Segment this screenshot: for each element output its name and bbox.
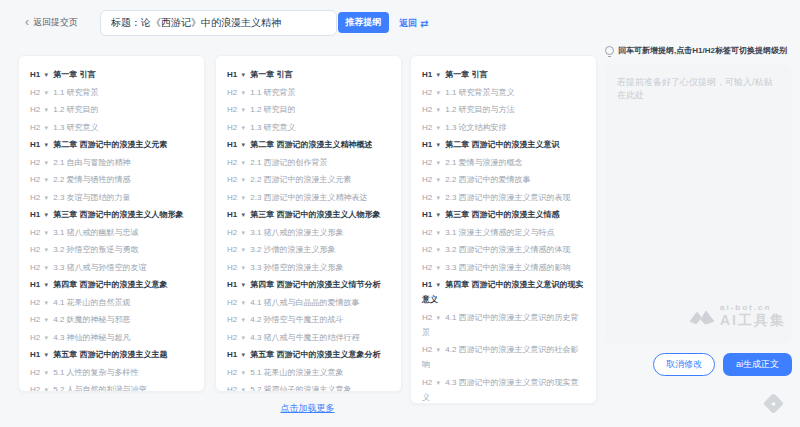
heading-level-tag[interactable]: H2 [227, 193, 237, 202]
outline-item-text[interactable]: 2.3 友谊与团结的力量 [53, 193, 130, 202]
outline-item-text[interactable]: 5.2 人与自然的和谐与冲突 [53, 385, 146, 392]
heading-level-tag[interactable]: H2 [422, 263, 432, 272]
heading-level-tag[interactable]: H1 [422, 280, 432, 289]
outline-item-text[interactable]: 3.2 沙僧的浪漫主义形象 [250, 245, 335, 254]
heading-level-tag[interactable]: H2 [30, 245, 40, 254]
heading-level-tag[interactable]: H1 [30, 140, 40, 149]
heading-level-tag[interactable]: H1 [422, 210, 432, 219]
outline-item-text[interactable]: 第三章 西游记中的浪漫主义人物形象 [250, 210, 380, 219]
outline-item-text[interactable]: 第四章 西游记中的浪漫主义情节分析 [250, 280, 380, 289]
heading-level-tag[interactable]: H1 [30, 210, 40, 219]
heading-level-tag[interactable]: H2 [422, 245, 432, 254]
heading-level-tag[interactable]: H2 [227, 263, 237, 272]
heading-level-tag[interactable]: H2 [422, 123, 432, 132]
heading-level-tag[interactable]: H1 [30, 280, 40, 289]
outline-item-text[interactable]: 1.2 研究目的与方法 [445, 105, 514, 114]
outline-item-text[interactable]: 5.1 人性的复杂与多样性 [53, 368, 138, 377]
heading-level-tag[interactable]: H2 [30, 385, 40, 392]
outline-item-text[interactable]: 第三章 西游记中的浪漫主义人物形象 [53, 210, 183, 219]
title-input[interactable] [100, 10, 337, 36]
heading-level-tag[interactable]: H2 [227, 88, 237, 97]
heading-level-tag[interactable]: H2 [422, 193, 432, 202]
heading-level-tag[interactable]: H2 [422, 105, 432, 114]
outline-item-text[interactable]: 4.2 妖魔的神秘与邪恶 [53, 315, 130, 324]
outline-item-text[interactable]: 4.3 神仙的神秘与超凡 [53, 333, 130, 342]
heading-level-tag[interactable]: H2 [30, 88, 40, 97]
heading-level-tag[interactable]: H2 [227, 385, 237, 392]
custom-outline-textarea[interactable] [605, 64, 792, 344]
heading-level-tag[interactable]: H2 [30, 123, 40, 132]
outline-item-text[interactable]: 3.2 西游记中的浪漫主义情感的体现 [445, 245, 570, 254]
heading-level-tag[interactable]: H1 [227, 350, 237, 359]
heading-level-tag[interactable]: H2 [227, 245, 237, 254]
cancel-edit-button[interactable]: 取消修改 [653, 353, 715, 376]
outline-item-text[interactable]: 3.1 浪漫主义情感的定义与特点 [445, 228, 554, 237]
heading-level-tag[interactable]: H1 [227, 210, 237, 219]
outline-item-text[interactable]: 4.2 西游记中的浪漫主义意识的社会影响 [422, 345, 579, 369]
outline-item-text[interactable]: 2.1 自由与冒险的精神 [53, 158, 130, 167]
outline-item-text[interactable]: 4.2 孙悟空与牛魔王的战斗 [250, 315, 343, 324]
outline-item-text[interactable]: 1.3 研究意义 [53, 123, 98, 132]
outline-item-text[interactable]: 第二章 西游记的浪漫主义精神概述 [250, 140, 372, 149]
heading-level-tag[interactable]: H2 [422, 378, 432, 387]
heading-level-tag[interactable]: H1 [30, 70, 40, 79]
heading-level-tag[interactable]: H1 [227, 140, 237, 149]
heading-level-tag[interactable]: H2 [227, 175, 237, 184]
outline-item-text[interactable]: 第四章 西游记中的浪漫主义意识的现实意义 [422, 280, 583, 304]
outline-item-text[interactable]: 1.3 论文结构安排 [445, 123, 506, 132]
heading-level-tag[interactable]: H2 [227, 315, 237, 324]
heading-level-tag[interactable]: H2 [30, 263, 40, 272]
heading-level-tag[interactable]: H2 [227, 105, 237, 114]
recommend-outline-button[interactable]: 推荐提纲 [338, 12, 389, 33]
outline-item-text[interactable]: 2.1 西游记的创作背景 [250, 158, 327, 167]
heading-level-tag[interactable]: H2 [227, 228, 237, 237]
outline-item-text[interactable]: 1.1 研究背景 [250, 88, 295, 97]
outline-item-text[interactable]: 1.3 研究意义 [250, 123, 295, 132]
outline-item-text[interactable]: 2.2 西游记中的爱情故事 [445, 175, 530, 184]
heading-level-tag[interactable]: H2 [30, 158, 40, 167]
outline-item-text[interactable]: 4.3 西游记中的浪漫主义意识的现实意义 [422, 378, 579, 402]
heading-level-tag[interactable]: H2 [30, 298, 40, 307]
outline-item-text[interactable]: 3.1 猪八戒的幽默与忠诚 [53, 228, 138, 237]
heading-level-tag[interactable]: H2 [30, 193, 40, 202]
outline-item-text[interactable]: 5.1 花果山的浪漫主义意象 [250, 368, 343, 377]
outline-item-text[interactable]: 1.2 研究目的 [250, 105, 295, 114]
outline-item-text[interactable]: 第二章 西游记中的浪漫主义元素 [53, 140, 167, 149]
outline-item-text[interactable]: 第三章 西游记中的浪漫主义情感 [445, 210, 559, 219]
outline-item-text[interactable]: 1.1 研究背景 [53, 88, 98, 97]
outline-item-text[interactable]: 4.1 猪八戒与白晶晶的爱情故事 [250, 298, 359, 307]
outline-item-text[interactable]: 2.3 西游记中的浪漫主义精神表达 [250, 193, 367, 202]
heading-level-tag[interactable]: H2 [422, 175, 432, 184]
back-link[interactable]: ‹ 返回提交页 [25, 16, 78, 29]
heading-level-tag[interactable]: H2 [227, 333, 237, 342]
heading-level-tag[interactable]: H2 [227, 298, 237, 307]
heading-level-tag[interactable]: H2 [227, 123, 237, 132]
outline-item-text[interactable]: 1.1 研究背景与意义 [445, 88, 514, 97]
heading-level-tag[interactable]: H2 [422, 345, 432, 354]
outline-item-text[interactable]: 3.3 猪八戒与孙悟空的友谊 [53, 263, 146, 272]
outline-item-text[interactable]: 4.3 猪八戒与牛魔王的结伴行程 [250, 333, 359, 342]
heading-level-tag[interactable]: H2 [227, 158, 237, 167]
outline-item-text[interactable]: 4.1 西游记中的浪漫主义意识的历史背景 [422, 313, 579, 337]
heading-level-tag[interactable]: H1 [227, 70, 237, 79]
heading-level-tag[interactable]: H2 [227, 368, 237, 377]
heading-level-tag[interactable]: H2 [30, 105, 40, 114]
outline-item-text[interactable]: 3.3 孙悟空的浪漫主义形象 [250, 263, 343, 272]
heading-level-tag[interactable]: H2 [30, 315, 40, 324]
ai-generate-button[interactable]: ai生成正文 [723, 353, 792, 376]
outline-item-text[interactable]: 第一章 引言 [53, 70, 95, 79]
heading-level-tag[interactable]: H2 [30, 333, 40, 342]
outline-item-text[interactable]: 3.2 孙悟空的叛逆与勇敢 [53, 245, 138, 254]
outline-item-text[interactable]: 4.1 花果山的自然景观 [53, 298, 130, 307]
outline-item-text[interactable]: 第一章 引言 [250, 70, 292, 79]
heading-level-tag[interactable]: H1 [422, 70, 432, 79]
heading-level-tag[interactable]: H1 [227, 280, 237, 289]
heading-level-tag[interactable]: H2 [30, 175, 40, 184]
outline-item-text[interactable]: 第一章 引言 [445, 70, 487, 79]
outline-item-text[interactable]: 第二章 西游记中的浪漫主义意识 [445, 140, 559, 149]
heading-level-tag[interactable]: H2 [422, 228, 432, 237]
heading-level-tag[interactable]: H2 [30, 228, 40, 237]
heading-level-tag[interactable]: H2 [422, 313, 432, 322]
heading-level-tag[interactable]: H1 [422, 140, 432, 149]
outline-item-text[interactable]: 第五章 西游记中的浪漫主义主题 [53, 350, 167, 359]
